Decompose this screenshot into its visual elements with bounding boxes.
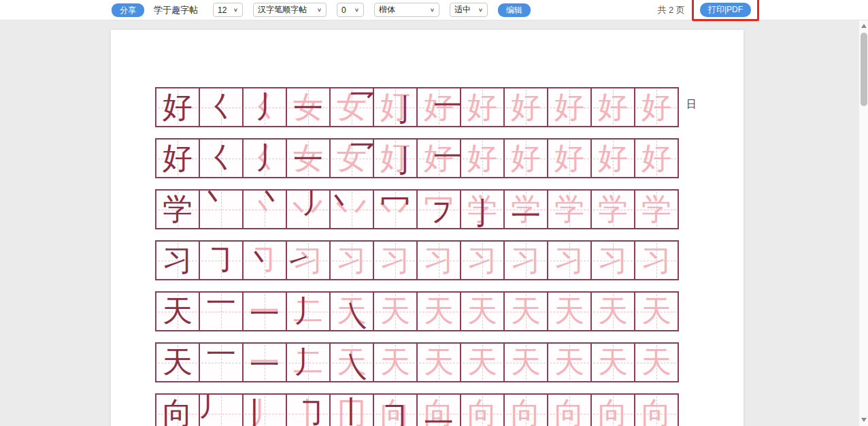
share-button[interactable]: 分享 — [112, 3, 144, 17]
trace-stroke-glyph: 女 — [331, 140, 373, 177]
trace-stroke-glyph: 向 — [505, 395, 547, 426]
scrollbar[interactable] — [858, 20, 868, 426]
grid-row: 学丶丶丶丷丿丷丶丷冖冖㇇学亅学一学学学 — [155, 189, 695, 229]
grid-cell: 学一 — [503, 189, 548, 229]
scrollbar-up-icon[interactable] — [861, 24, 867, 28]
grid-cell: 习 — [590, 240, 635, 280]
font-select-value: 楷体 — [379, 4, 395, 16]
current-stroke-glyph: 丿 — [295, 189, 331, 221]
trace-stroke-glyph: 女 — [287, 140, 329, 177]
grid-cell: 天 — [373, 291, 418, 331]
trace-stroke-glyph: 天 — [505, 344, 547, 381]
grid-cell: 好一 — [416, 87, 461, 127]
toolbar-selects: 12∨汉字笔顺字帖∨0∨楷体∨适中∨ — [213, 3, 498, 17]
current-stroke-glyph: 丿 — [287, 293, 329, 330]
grid-cell: 好 — [590, 138, 635, 178]
trace-stroke-glyph: 一 — [244, 293, 286, 330]
trace-stroke-glyph: 冂 — [331, 395, 373, 426]
grid-cell: 天㇏ — [329, 291, 374, 331]
grid-cell: 天 — [460, 342, 505, 382]
grid-cell: 天 — [155, 291, 200, 331]
offset-select[interactable]: 0∨ — [337, 3, 364, 17]
trace-stroke-glyph: 学 — [505, 191, 547, 228]
trace-stroke-glyph: 丷 — [331, 191, 373, 228]
grid-cell: 女㇖ — [329, 87, 374, 127]
trace-stroke-glyph: 天 — [635, 344, 678, 381]
grid-cell: 天 — [547, 291, 592, 331]
trace-stroke-glyph: 一 — [244, 344, 286, 381]
trace-stroke-glyph: 丨 — [287, 395, 329, 426]
current-stroke-glyph: 学 — [156, 191, 199, 228]
trace-stroke-glyph: 习 — [461, 242, 503, 279]
trace-stroke-glyph: 天 — [548, 293, 590, 330]
current-stroke-glyph: ㇇ — [420, 195, 461, 229]
trace-stroke-glyph: 好 — [548, 88, 590, 126]
trace-stroke-glyph: 好 — [635, 88, 678, 126]
worksheet-page: 姓名 班级 年 月 日 好㇛㇛丿女一女㇖奵亅好一好好好好好好㇛㇛丿女一女㇖奵亅好… — [111, 30, 744, 426]
grid-cell: 天 — [590, 291, 635, 331]
scrollbar-thumb[interactable] — [861, 33, 867, 106]
trace-stroke-glyph: 天 — [548, 344, 590, 381]
current-stroke-glyph: 一 — [418, 404, 460, 426]
grid-cell: 天 — [634, 342, 679, 382]
grid-row: 天一一一二丿天㇏天天天天天天天 — [155, 291, 695, 331]
trace-stroke-glyph: 学 — [635, 191, 678, 228]
print-pdf-button[interactable]: 打印|PDF — [700, 3, 751, 17]
grid-cell: 天 — [547, 342, 592, 382]
current-stroke-glyph: 丿 — [287, 344, 329, 381]
chevron-down-icon: ∨ — [478, 7, 483, 13]
current-stroke-glyph: 亅 — [384, 142, 418, 178]
trace-stroke-glyph: 习 — [635, 242, 678, 279]
grid-cell: ㇛丿 — [242, 87, 287, 127]
grid-cell: 二丿 — [286, 342, 331, 382]
toolbar-right: 共 2 页 打印|PDF — [657, 0, 759, 21]
trace-stroke-glyph: 习 — [374, 242, 416, 279]
font-size-select[interactable]: 12∨ — [213, 3, 243, 17]
grid-cell: 女一 — [286, 87, 331, 127]
scrollbar-down-icon[interactable] — [861, 418, 867, 422]
grid-cell: 学 — [590, 189, 635, 229]
current-stroke-glyph: 好 — [156, 140, 199, 177]
grid-cell: 丷丿 — [286, 189, 331, 229]
current-stroke-glyph: 丨 — [242, 395, 276, 426]
trace-stroke-glyph: 好 — [461, 88, 503, 126]
grid-cell: 天 — [155, 342, 200, 382]
trace-stroke-glyph: 习 — [331, 242, 373, 279]
grid-cell: 习㇀ — [286, 240, 331, 280]
current-stroke-glyph: 丿 — [249, 140, 287, 177]
grid-row: 向丿丿丨丨㇆冂丨向㇕向一向向向向向 — [155, 393, 695, 426]
edit-button[interactable]: 编辑 — [498, 3, 531, 17]
current-stroke-glyph: 丶 — [329, 189, 362, 223]
current-stroke-glyph: 亅 — [384, 91, 418, 127]
grid-cell: 奵亅 — [373, 87, 418, 127]
grid-cell: 习 — [634, 240, 679, 280]
font-size-select-value: 12 — [218, 5, 227, 15]
current-stroke-glyph: ㇖ — [340, 138, 374, 169]
trace-stroke-glyph: 丷 — [287, 191, 329, 228]
practice-grid: 好㇛㇛丿女一女㇖奵亅好一好好好好好好㇛㇛丿女一女㇖奵亅好一好好好好好学丶丶丶丷丿… — [155, 87, 695, 426]
grid-cell: 冖㇇ — [416, 189, 461, 229]
grid-cell: 丷丶 — [329, 189, 374, 229]
grid-cell: 天㇏ — [329, 342, 374, 382]
current-stroke-glyph: 习 — [156, 242, 199, 279]
grid-cell: 二丿 — [286, 291, 331, 331]
spacing-select[interactable]: 适中∨ — [450, 3, 488, 17]
grid-cell: 好 — [503, 138, 548, 178]
current-stroke-glyph: 一 — [200, 291, 242, 322]
site-title: 学于趣字帖 — [154, 4, 198, 16]
grid-cell: 天 — [590, 342, 635, 382]
trace-stroke-glyph: 向 — [461, 395, 503, 426]
grid-cell: 向 — [590, 393, 635, 426]
grid-cell: 一 — [199, 342, 244, 382]
grid-cell: 好 — [634, 138, 679, 178]
trace-stroke-glyph: 天 — [461, 293, 503, 330]
grid-cell: 好 — [634, 87, 679, 127]
grid-cell: 丿 — [199, 393, 244, 426]
sheet-type-select[interactable]: 汉字笔顺字帖∨ — [253, 3, 327, 17]
font-select[interactable]: 楷体∨ — [374, 3, 439, 17]
sheet-type-select-value: 汉字笔顺字帖 — [258, 4, 307, 16]
trace-stroke-glyph: 丶 — [244, 191, 286, 228]
grid-cell: 学 — [155, 189, 200, 229]
grid-cell: 向一 — [416, 393, 461, 426]
current-stroke-glyph: ㇛ — [200, 88, 242, 126]
